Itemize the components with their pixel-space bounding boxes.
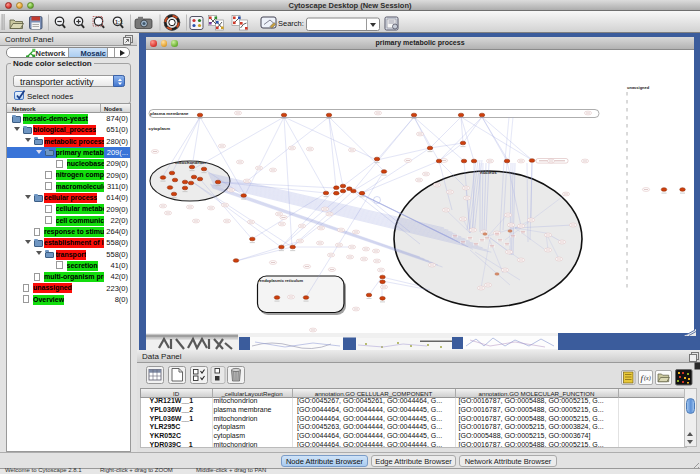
- svg-text:cytoplasm: cytoplasm: [149, 126, 171, 131]
- svg-text:unassigned: unassigned: [627, 85, 650, 90]
- svg-text:mitochondrion: mitochondrion: [175, 160, 206, 165]
- svg-text:nucleus: nucleus: [480, 170, 497, 175]
- svg-text:(x): (x): [644, 375, 651, 382]
- svg-text:plasma membrane: plasma membrane: [150, 111, 189, 116]
- svg-text:1:1: 1:1: [115, 19, 123, 25]
- svg-text:endoplasmic reticulum: endoplasmic reticulum: [260, 278, 304, 283]
- svg-text:Search:: Search:: [278, 19, 304, 28]
